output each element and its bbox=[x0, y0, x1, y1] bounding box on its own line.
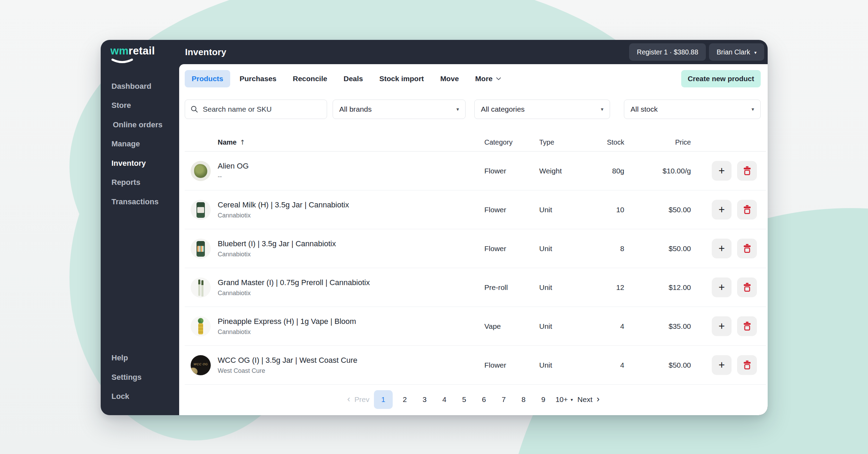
sidebar-item-transactions[interactable]: Transactions bbox=[101, 192, 179, 212]
page-title: Inventory bbox=[185, 40, 226, 64]
brand-filter-value: All brands bbox=[339, 105, 372, 113]
pagination-page-1[interactable]: 1 bbox=[374, 390, 393, 409]
desktop-background: wmretail Inventory Register 1 · $380.88 … bbox=[0, 0, 868, 454]
tab-stock-import[interactable]: Stock import bbox=[373, 70, 431, 87]
topbar-actions: Register 1 · $380.88 Brian Clark ▾ bbox=[629, 40, 764, 64]
sidebar-item-help[interactable]: Help bbox=[101, 349, 179, 368]
product-type: Weight bbox=[539, 152, 562, 190]
product-name: Alien OG bbox=[218, 162, 249, 171]
stock-filter-select[interactable]: All stock ▾ bbox=[624, 100, 761, 119]
column-header-name[interactable]: Name ↑ bbox=[218, 133, 245, 152]
pagination-page-3[interactable]: 3 bbox=[417, 390, 432, 409]
stock-filter-value: All stock bbox=[631, 105, 658, 113]
product-category: Flower bbox=[484, 346, 506, 385]
add-stock-button[interactable]: + bbox=[712, 277, 732, 297]
delete-product-button[interactable] bbox=[737, 277, 757, 297]
search-icon bbox=[191, 105, 198, 113]
add-stock-button[interactable]: + bbox=[712, 239, 732, 258]
product-type: Unit bbox=[539, 190, 552, 229]
table-header: Name ↑ Category Type Stock Price bbox=[185, 133, 766, 152]
user-menu-button[interactable]: Brian Clark ▾ bbox=[709, 43, 764, 61]
pagination-prev-button[interactable]: ‹ Prev bbox=[347, 390, 369, 409]
sidebar-item-dashboard[interactable]: Dashboard bbox=[101, 77, 179, 96]
column-header-price: Price bbox=[633, 133, 691, 152]
tab-more-label: More bbox=[475, 75, 493, 83]
trash-icon bbox=[743, 360, 751, 370]
sidebar: Dashboard Store Online orders Manage Inv… bbox=[101, 64, 179, 415]
product-stock: 8 bbox=[567, 229, 624, 268]
search-field[interactable] bbox=[185, 100, 327, 119]
product-type: Unit bbox=[539, 346, 552, 385]
pagination-page-8[interactable]: 8 bbox=[516, 390, 531, 409]
product-table-body: Alien OG -- Flower Weight 80g $10.00/g + bbox=[185, 152, 766, 385]
product-type: Unit bbox=[539, 307, 552, 346]
delete-product-button[interactable] bbox=[737, 161, 757, 181]
sidebar-item-reports[interactable]: Reports bbox=[101, 173, 179, 192]
sidebar-item-online-orders[interactable]: Online orders bbox=[101, 115, 179, 135]
product-stock: 4 bbox=[567, 346, 624, 385]
add-stock-button[interactable]: + bbox=[712, 316, 732, 336]
add-stock-button[interactable]: + bbox=[712, 161, 732, 181]
chevron-down-icon: ▾ bbox=[456, 106, 459, 112]
product-thumbnail bbox=[191, 316, 211, 336]
pagination-next-button[interactable]: Next › bbox=[577, 390, 600, 409]
wm-retail-logo: wmretail bbox=[110, 45, 155, 57]
product-thumbnail bbox=[191, 161, 211, 181]
brand-filter-select[interactable]: All brands ▾ bbox=[333, 100, 466, 119]
delete-product-button[interactable] bbox=[737, 316, 757, 336]
tab-more[interactable]: More bbox=[468, 70, 507, 87]
product-name: Bluebert (I) | 3.5g Jar | Cannabiotix bbox=[218, 239, 336, 248]
add-stock-button[interactable]: + bbox=[712, 355, 732, 375]
logo-retail-text: retail bbox=[128, 45, 155, 57]
sidebar-menu: Dashboard Store Online orders Manage Inv… bbox=[101, 64, 179, 212]
search-input[interactable] bbox=[203, 105, 321, 113]
product-brand: Cannabiotix bbox=[218, 251, 336, 258]
top-bar: wmretail Inventory Register 1 · $380.88 … bbox=[101, 40, 768, 64]
pagination-page-4[interactable]: 4 bbox=[437, 390, 452, 409]
delete-product-button[interactable] bbox=[737, 355, 757, 375]
tab-move[interactable]: Move bbox=[433, 70, 466, 87]
product-brand: Cannabiotix bbox=[218, 328, 356, 336]
table-row: Grand Master (I) | 0.75g Preroll | Canna… bbox=[185, 268, 766, 307]
product-stock: 4 bbox=[567, 307, 624, 346]
table-row: Pineapple Express (H) | 1g Vape | Bloom … bbox=[185, 307, 766, 346]
app-window: wmretail Inventory Register 1 · $380.88 … bbox=[101, 40, 768, 415]
category-filter-select[interactable]: All categories ▾ bbox=[474, 100, 610, 119]
pagination-page-7[interactable]: 7 bbox=[496, 390, 511, 409]
table-row: Cereal Milk (H) | 3.5g Jar | Cannabiotix… bbox=[185, 190, 766, 229]
sidebar-item-inventory[interactable]: Inventory bbox=[101, 154, 179, 173]
register-button[interactable]: Register 1 · $380.88 bbox=[629, 43, 706, 61]
product-thumbnail bbox=[191, 239, 211, 259]
tab-deals[interactable]: Deals bbox=[336, 70, 370, 87]
pagination-page-10plus[interactable]: 10+ ▾ bbox=[556, 390, 573, 409]
product-category: Pre-roll bbox=[484, 268, 508, 307]
column-header-stock: Stock bbox=[567, 133, 624, 152]
table-row: WCC OG WCC OG (I) | 3.5g Jar | West Coas… bbox=[185, 346, 766, 385]
tab-purchases[interactable]: Purchases bbox=[233, 70, 283, 87]
product-price: $10.00/g bbox=[633, 152, 691, 190]
pagination-page-9[interactable]: 9 bbox=[536, 390, 551, 409]
add-stock-button[interactable]: + bbox=[712, 200, 732, 220]
product-stock: 12 bbox=[567, 268, 624, 307]
product-brand: Cannabiotix bbox=[218, 290, 370, 297]
create-new-product-button[interactable]: Create new product bbox=[681, 70, 761, 87]
product-price: $12.00 bbox=[633, 268, 691, 307]
tab-reconcile[interactable]: Reconcile bbox=[286, 70, 334, 87]
smile-icon bbox=[111, 59, 136, 64]
product-type: Unit bbox=[539, 268, 552, 307]
delete-product-button[interactable] bbox=[737, 239, 757, 258]
tab-bar: Products Purchases Reconcile Deals Stock… bbox=[185, 70, 510, 87]
delete-product-button[interactable] bbox=[737, 200, 757, 220]
sidebar-item-store[interactable]: Store bbox=[101, 96, 179, 115]
pagination-page-6[interactable]: 6 bbox=[476, 390, 492, 409]
logo-wm-text: wm bbox=[110, 45, 128, 57]
sidebar-item-settings[interactable]: Settings bbox=[101, 368, 179, 387]
chevron-down-icon bbox=[496, 75, 501, 80]
product-name: Pineapple Express (H) | 1g Vape | Bloom bbox=[218, 317, 356, 326]
pagination-page-5[interactable]: 5 bbox=[457, 390, 472, 409]
sidebar-item-lock[interactable]: Lock bbox=[101, 387, 179, 406]
sidebar-item-manage[interactable]: Manage bbox=[101, 135, 179, 154]
tab-products[interactable]: Products bbox=[185, 70, 230, 87]
pagination-page-2[interactable]: 2 bbox=[397, 390, 412, 409]
product-price: $50.00 bbox=[633, 346, 691, 385]
